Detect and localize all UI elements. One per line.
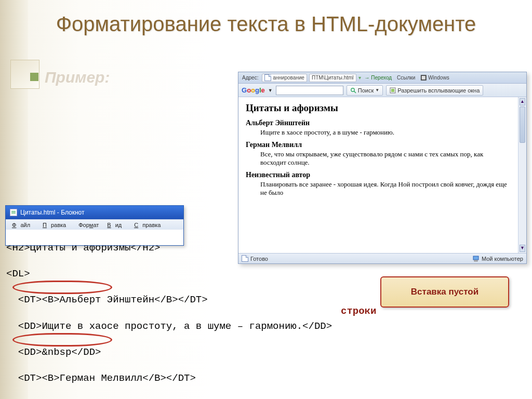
- notepad-titlebar[interactable]: Цитаты.html - Блокнот: [6, 206, 183, 219]
- notepad-body: [6, 230, 183, 245]
- svg-line-1: [354, 91, 356, 93]
- menu-edit[interactable]: Правка: [38, 222, 74, 228]
- scroll-up-icon[interactable]: ▲: [520, 98, 525, 105]
- quote-3: Планировать все заранее - хорошая идея. …: [260, 180, 511, 197]
- search-button-label: Поиск: [358, 87, 374, 94]
- address-path[interactable]: ПТМ\Цитаты.html: [309, 74, 356, 82]
- browser-addressbar: Адрес: аннирование ПТМ\Цитаты.html ▾ → П…: [238, 72, 526, 84]
- address-tab-text: аннирование: [273, 75, 304, 81]
- notepad-title-text: Цитаты.html - Блокнот: [20, 209, 84, 216]
- notepad-window: Цитаты.html - Блокнот Файл Правка Формат…: [5, 205, 184, 246]
- menu-help[interactable]: Справка: [130, 222, 169, 228]
- callout-box: Вставка пустой: [380, 276, 509, 308]
- svg-rect-3: [391, 89, 394, 92]
- search-button[interactable]: Поиск ▼: [347, 85, 383, 96]
- code-line: <DT><B>Герман Мелвилл</B></DT>: [6, 372, 515, 385]
- scroll-down-icon[interactable]: ▼: [520, 245, 525, 252]
- callout-text-line1: Вставка пустой: [411, 287, 478, 297]
- search-input[interactable]: [276, 86, 343, 95]
- slide-title: Форматирование текста в HTML-документе: [0, 12, 532, 36]
- windows-label[interactable]: 🔲 Windows: [419, 75, 450, 81]
- popup-button-label: Разрешить всплывающие окна: [397, 87, 480, 94]
- callout-text-line2: строки: [341, 305, 376, 317]
- author-2: Герман Мелвилл: [246, 141, 511, 149]
- code-line: <DD>&nbsp</DD>: [6, 346, 515, 359]
- menu-format[interactable]: Формат: [74, 222, 103, 228]
- author-3: Неизвестный автор: [246, 171, 511, 179]
- svg-point-0: [351, 88, 354, 91]
- quote-2: Все, что мы открываем, уже существовало …: [260, 150, 511, 167]
- popup-icon: [390, 87, 396, 94]
- author-1: Альберт Эйнштейн: [246, 119, 511, 127]
- go-button[interactable]: → Переход: [363, 75, 394, 81]
- code-line: <DD>Ищите в хаосе простоту, а в шуме – г…: [6, 320, 515, 333]
- quote-1: Ищите в хаосе простоту, а в шуме - гармо…: [260, 128, 511, 137]
- browser-scrollbar[interactable]: ▲ ▼: [518, 97, 526, 253]
- menu-file[interactable]: Файл: [8, 222, 38, 228]
- scroll-thumb[interactable]: [520, 107, 525, 143]
- search-icon: [350, 87, 356, 94]
- bullet-icon: [30, 73, 38, 81]
- browser-toolbar: Google ▼ Поиск ▼ Разрешить всплывающие о…: [238, 84, 526, 97]
- google-logo: Google: [242, 86, 265, 94]
- page-heading: Цитаты и афоризмы: [246, 102, 511, 114]
- code-block: <H2>Цитаты и афоризмы</H2> <DL> <DT><B>А…: [6, 229, 515, 399]
- address-tab[interactable]: аннирование: [262, 74, 307, 82]
- links-label[interactable]: Ссылки: [395, 75, 417, 81]
- addressbar-label: Адрес:: [241, 75, 260, 81]
- notepad-icon: [10, 209, 17, 216]
- menu-view[interactable]: Вид: [103, 222, 130, 228]
- go-label: Переход: [371, 75, 392, 81]
- notepad-menubar: Файл Правка Формат Вид Справка: [6, 219, 183, 230]
- popup-button[interactable]: Разрешить всплывающие окна: [386, 85, 483, 96]
- page-icon: [264, 74, 271, 81]
- example-label: Пример:: [45, 69, 110, 86]
